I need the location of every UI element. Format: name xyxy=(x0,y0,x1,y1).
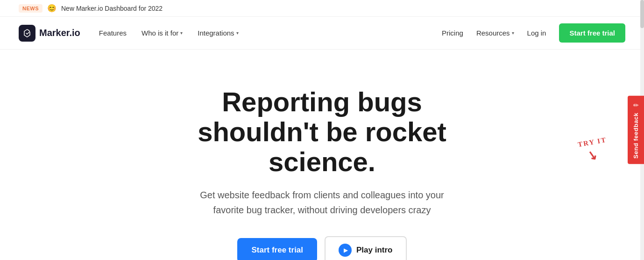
hero-title: Reporting bugs shouldn't be rocket scien… xyxy=(159,87,486,176)
logo-link[interactable]: Marker.io xyxy=(19,25,80,42)
hero-subtitle: Get website feedback from clients and co… xyxy=(191,188,453,217)
start-trial-hero-button[interactable]: Start free trial xyxy=(237,238,317,260)
pencil-icon: ✏ xyxy=(633,101,639,109)
nav-who-is-it-for[interactable]: Who is it for ▾ xyxy=(142,29,183,37)
play-icon: ▶ xyxy=(339,244,352,257)
send-feedback-label: Send feedback xyxy=(632,113,639,159)
send-feedback-tab[interactable]: ✏ Send feedback xyxy=(628,96,644,164)
nav-features[interactable]: Features xyxy=(99,29,127,37)
news-emoji: 😊 xyxy=(47,4,57,13)
play-intro-button[interactable]: ▶ Play intro xyxy=(325,236,406,260)
chevron-down-icon: ▾ xyxy=(512,30,514,36)
news-badge: NEWS xyxy=(19,4,42,13)
login-link[interactable]: Log in xyxy=(527,29,546,37)
chevron-down-icon: ▾ xyxy=(180,30,183,36)
nav-left: Features Who is it for ▾ Integrations ▾ xyxy=(99,29,442,37)
nav-integrations[interactable]: Integrations ▾ xyxy=(198,29,238,37)
news-bar: NEWS 😊 New Marker.io Dashboard for 2022 xyxy=(0,0,644,17)
header: Marker.io Features Who is it for ▾ Integ… xyxy=(0,17,644,50)
nav-pricing[interactable]: Pricing xyxy=(442,29,463,37)
try-it-arrow-icon: ↘ xyxy=(577,146,608,165)
logo-text: Marker.io xyxy=(39,28,80,38)
start-trial-header-button[interactable]: Start free trial xyxy=(559,23,625,43)
try-it-annotation: TRY IT ↘ xyxy=(578,138,607,163)
logo-icon xyxy=(19,25,35,42)
nav-right: Pricing Resources ▾ Log in Start free tr… xyxy=(442,23,625,43)
news-text: New Marker.io Dashboard for 2022 xyxy=(61,5,163,12)
scrollbar-thumb[interactable] xyxy=(640,0,644,28)
hero-buttons: Start free trial ▶ Play intro xyxy=(237,236,406,260)
nav-resources[interactable]: Resources ▾ xyxy=(476,29,514,37)
hero-section: Reporting bugs shouldn't be rocket scien… xyxy=(0,50,644,260)
chevron-down-icon: ▾ xyxy=(236,30,239,36)
